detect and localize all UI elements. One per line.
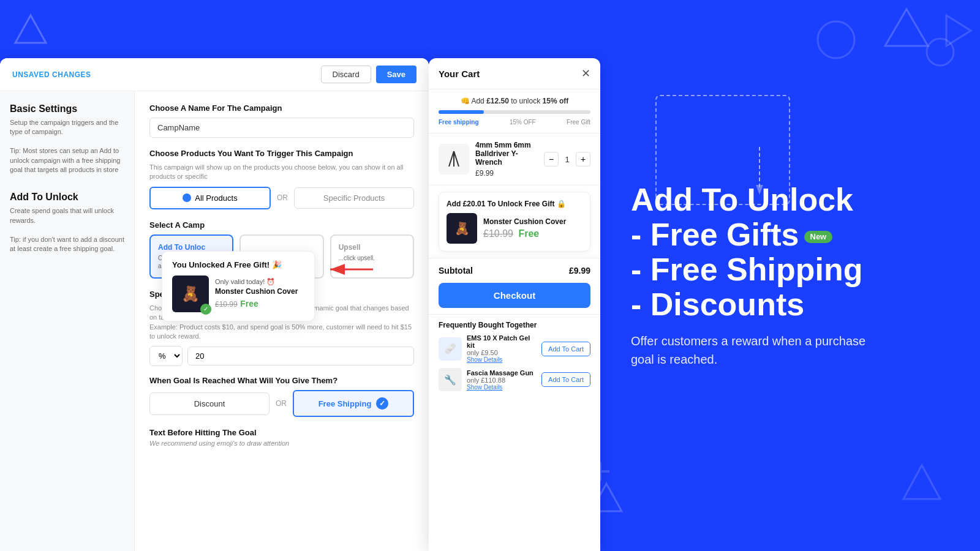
check-circle-icon: ✓ [376, 397, 388, 410]
spend-input[interactable] [187, 347, 414, 365]
fbt-item-2-show-details[interactable]: Show Details [467, 384, 537, 391]
qty-number: 1 [562, 155, 572, 164]
free-gift-cart-product-name: Monster Cushion Cover [483, 217, 582, 226]
popup-product-row: 🧸 ✓ Only valid today! ⏰ Monster Cushion … [172, 276, 304, 312]
cart-subtotal: Subtotal £9.99 [429, 258, 600, 283]
fbt-item-1-image: 🩹 [439, 337, 462, 361]
text-before-group: Text Before Hitting The Goal We recommen… [149, 428, 414, 447]
specific-products-button[interactable]: Specific Products [294, 187, 414, 209]
qty-increase-button[interactable]: + [576, 152, 590, 167]
milestone-free-shipping: Free shipping [439, 119, 479, 126]
sidebar: Basic Settings Setup the campaign trigge… [0, 91, 135, 551]
fbt-item-1-show-details[interactable]: Show Details [467, 356, 537, 363]
unsaved-bar: UNSAVED CHANGES Discard Save [0, 58, 429, 91]
subtotal-value: £9.99 [569, 266, 590, 276]
text-before-sublabel: We recommend using emoji's to draw atten… [149, 440, 414, 447]
discount-button[interactable]: Discount [149, 392, 270, 415]
fbt-item-1-price: only £9.50 [467, 349, 498, 356]
fbt-item-2-add-button[interactable]: Add To Cart [541, 372, 590, 387]
fbt-item-1-info: EMS 10 X Patch Gel kit only £9.50 Show D… [467, 334, 537, 363]
free-gift-popup: You Unlocked A Free Gift! 🎉 🧸 ✓ Only val… [162, 251, 315, 321]
header-actions: Discard Save [321, 66, 417, 83]
sidebar-add-to-unlock-desc: Create spend goals that will unlock rewa… [10, 206, 124, 253]
free-gift-cart-price-row: £10.99 Free [483, 228, 582, 239]
popup-price-free: Free [240, 299, 258, 309]
text-before-label: Text Before Hitting The Goal [149, 428, 414, 437]
cart-close-button[interactable]: ✕ [581, 67, 590, 80]
sidebar-add-to-unlock: Add To Unlock Create spend goals that wi… [10, 192, 124, 253]
campaign-name-group: Choose A Name For The Campaign [149, 103, 414, 138]
all-products-button[interactable]: All Products [149, 187, 271, 209]
popup-title: You Unlocked A Free Gift! 🎉 [172, 260, 304, 269]
progress-bar-fill [439, 110, 484, 114]
marketing-line1: Add To Unlock [631, 182, 853, 217]
fbt-item-2-info: Fascia Massage Gun only £110.88 Show Det… [467, 369, 537, 391]
marketing-title: Add To Unlock - Free GiftsNew - Free Shi… [631, 182, 949, 323]
products-label: Choose Products You Want To Trigger This… [149, 149, 414, 158]
free-shipping-button[interactable]: Free Shipping ✓ [293, 390, 414, 417]
campaign-card-title-1: Add To Unloc [158, 243, 225, 252]
cart-item: 4mm 5mm 6mm Balldriver Y-Wrench £9.99 − … [429, 133, 600, 186]
popup-check-badge: ✓ [200, 304, 211, 315]
campaign-name-input[interactable] [149, 118, 414, 138]
cart-item-qty: − 1 + [544, 152, 590, 167]
reward-row: Discount OR Free Shipping ✓ [149, 390, 414, 417]
cart-title: Your Cart [439, 69, 480, 79]
cart-container: Your Cart ✕ 👊 Add £12.50 to unlock 15% o… [429, 58, 600, 551]
svg-line-13 [454, 151, 459, 167]
progress-milestones: Free shipping 15% OFF Free Gift [439, 119, 590, 126]
cart-item-image [439, 144, 469, 174]
save-button[interactable]: Save [376, 66, 417, 83]
all-products-label: All Products [195, 193, 237, 203]
cart-progress-section: 👊 Add £12.50 to unlock 15% off Free ship… [429, 89, 600, 133]
sidebar-basic-settings: Basic Settings Setup the campaign trigge… [10, 103, 124, 174]
free-shipping-label: Free Shipping [318, 399, 372, 408]
new-badge: New [804, 231, 833, 243]
reward-label: When Goal Is Reached What Will You Give … [149, 376, 414, 385]
fbt-item-1-add-button[interactable]: Add To Cart [541, 342, 590, 356]
panel-content: Basic Settings Setup the campaign trigge… [0, 91, 429, 551]
marketing-panel: Add To Unlock - Free GiftsNew - Free Shi… [600, 0, 980, 551]
qty-decrease-button[interactable]: − [544, 152, 559, 167]
svg-line-11 [449, 151, 454, 167]
frequently-bought-section: Frequently Bought Together 🩹 EMS 10 X Pa… [429, 314, 600, 402]
free-gift-cart-price-orig: £10.99 [483, 228, 513, 239]
main-panel: UNSAVED CHANGES Discard Save Basic Setti… [0, 58, 429, 551]
fbt-item-1-price-row: only £9.50 [467, 349, 537, 356]
fbt-item-1-name: EMS 10 X Patch Gel kit [467, 334, 537, 349]
marketing-line2: - Free Gifts [631, 217, 799, 252]
fbt-title: Frequently Bought Together [439, 321, 590, 329]
progress-percent: 15% off [543, 97, 569, 105]
cart-progress-text: 👊 Add £12.50 to unlock 15% off [439, 97, 590, 105]
sidebar-add-to-unlock-title: Add To Unlock [10, 192, 124, 203]
campaign-type-label: Select A Camp [149, 220, 414, 230]
fbt-item-2-image: 🔧 [439, 368, 462, 391]
marketing-line4: - Discounts [631, 287, 804, 322]
milestone-15off: 15% OFF [510, 119, 536, 126]
sidebar-basic-settings-title: Basic Settings [10, 103, 124, 114]
form-area: Choose A Name For The Campaign Choose Pr… [135, 91, 429, 551]
subtotal-label: Subtotal [439, 266, 473, 276]
marketing-subtitle: Offer customers a reward when a purchase… [631, 332, 876, 369]
radio-dot [183, 193, 191, 202]
arrow-indicator [324, 260, 373, 281]
discard-button[interactable]: Discard [321, 66, 371, 83]
fbt-item-2: 🔧 Fascia Massage Gun only £110.88 Show D… [439, 368, 590, 391]
fbt-item-1: 🩹 EMS 10 X Patch Gel kit only £9.50 Show… [439, 334, 590, 363]
unsaved-label: UNSAVED CHANGES [12, 70, 91, 79]
products-sublabel: This campaign will show up on the produc… [149, 163, 414, 182]
reward-group: When Goal Is Reached What Will You Give … [149, 376, 414, 417]
campaign-name-label: Choose A Name For The Campaign [149, 103, 414, 113]
popup-price-orig: £10.99 [215, 300, 238, 309]
free-gift-cart-card: Add £20.01 To Unlock Free Gift 🔒 🧸 Monst… [439, 192, 590, 252]
campaign-card-title-3: Upsell [339, 243, 405, 252]
percent-select[interactable]: % [149, 346, 183, 366]
milestone-free-gift: Free Gift [567, 119, 590, 126]
campaign-type-group: Select A Camp Add To Unloc Offer custome… [149, 220, 414, 279]
popup-product-name: Monster Cushion Cover [215, 287, 304, 296]
free-gift-cart-title: Add £20.01 To Unlock Free Gift 🔒 [447, 200, 582, 208]
popup-product-info: Only valid today! ⏰ Monster Cushion Cove… [215, 278, 304, 309]
products-group: Choose Products You Want To Trigger This… [149, 149, 414, 209]
cart-item-price: £9.99 [475, 169, 538, 178]
checkout-button[interactable]: Checkout [439, 283, 590, 308]
